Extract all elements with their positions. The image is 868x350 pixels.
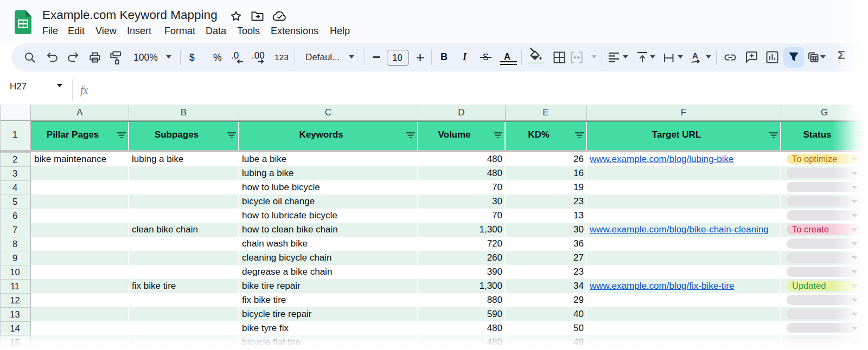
svg-text:A: A <box>692 51 698 60</box>
